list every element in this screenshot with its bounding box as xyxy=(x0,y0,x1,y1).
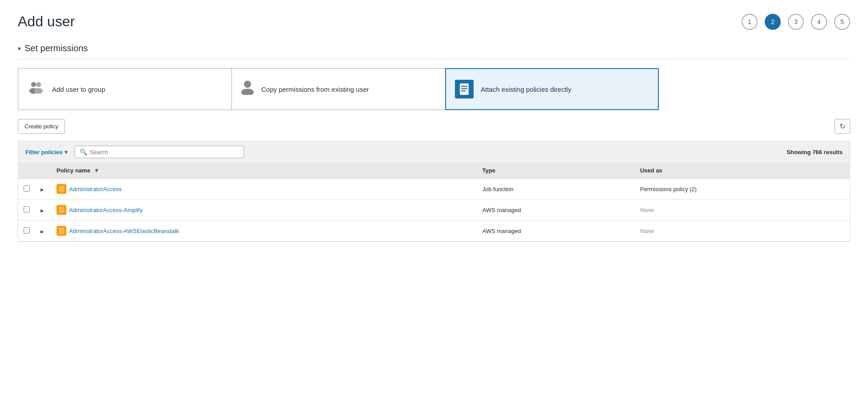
doc-icon xyxy=(455,80,474,98)
section-header: ▾ Set permissions xyxy=(18,43,850,59)
table-row: ▶ AdministratorAccess Job function Permi… xyxy=(18,179,850,200)
row-3-name-cell: AdministratorAccess-AWSElasticBeanstalk xyxy=(51,221,477,242)
row-1-type: Job function xyxy=(482,186,513,192)
row-2-expand-cell: ▶ xyxy=(35,200,51,221)
svg-point-4 xyxy=(244,81,251,88)
row-3-policy-icon xyxy=(57,226,66,236)
table-row: ▶ AdministratorAccess-Amplify AWS manage… xyxy=(18,200,850,221)
row-2-type: AWS managed xyxy=(482,207,521,213)
row-1-used-as: Permissions policy (2) xyxy=(640,186,697,192)
row-3-type-cell: AWS managed xyxy=(477,221,635,242)
row-2-policy-icon xyxy=(57,205,66,215)
row-1-name-cell: AdministratorAccess xyxy=(51,179,477,200)
col-used-as: Used as xyxy=(635,163,850,179)
col-checkbox xyxy=(18,163,35,179)
permission-options: Add user to group Copy permissions from … xyxy=(18,68,850,110)
toolbar-row: Create policy ↻ xyxy=(18,119,850,134)
row-2-used-as-cell: None xyxy=(635,200,850,221)
row-1-policy-name[interactable]: AdministratorAccess xyxy=(69,186,122,192)
svg-rect-7 xyxy=(461,86,467,87)
filter-bar: Filter policies ▾ 🔍 Showing 766 results xyxy=(18,141,850,163)
step-3[interactable]: 3 xyxy=(788,14,804,30)
step-2[interactable]: 2 xyxy=(765,14,781,30)
svg-point-0 xyxy=(31,82,36,87)
col-policy-name[interactable]: Policy name ▼ xyxy=(51,163,477,179)
step-1[interactable]: 1 xyxy=(742,14,758,30)
table-row: ▶ AdministratorAccess-AWSElasticBeanstal… xyxy=(18,221,850,242)
svg-point-2 xyxy=(36,82,41,87)
section-title: Set permissions xyxy=(24,43,88,53)
svg-rect-8 xyxy=(461,88,467,89)
permission-card-attach-policies[interactable]: Attach existing policies directly xyxy=(445,68,659,110)
row-1-type-cell: Job function xyxy=(477,179,635,200)
sort-arrow-icon[interactable]: ▼ xyxy=(94,167,100,174)
create-policy-button[interactable]: Create policy xyxy=(18,119,65,134)
row-1-used-as-cell: Permissions policy (2) xyxy=(635,179,850,200)
step-5[interactable]: 5 xyxy=(834,14,850,30)
section-chevron[interactable]: ▾ xyxy=(18,45,21,52)
row-1-expand-icon[interactable]: ▶ xyxy=(41,187,44,192)
row-2-checkbox[interactable] xyxy=(24,206,30,213)
row-1-checkbox[interactable] xyxy=(24,185,30,192)
steps-container: 1 2 3 4 5 xyxy=(742,14,850,30)
row-3-checkbox[interactable] xyxy=(24,227,30,233)
permission-card-add-to-group[interactable]: Add user to group xyxy=(18,68,231,110)
search-icon: 🔍 xyxy=(80,148,87,156)
page-title: Add user xyxy=(18,13,75,30)
attach-policies-label: Attach existing policies directly xyxy=(481,86,571,93)
svg-rect-9 xyxy=(461,90,466,91)
row-2-type-cell: AWS managed xyxy=(477,200,635,221)
row-2-used-as: None xyxy=(640,207,654,213)
row-1-checkbox-cell xyxy=(18,179,35,200)
filter-chevron-icon: ▾ xyxy=(65,149,68,156)
col-expand xyxy=(35,163,51,179)
permission-card-copy-permissions[interactable]: Copy permissions from existing user xyxy=(231,68,445,110)
user-icon xyxy=(241,80,254,98)
row-2-checkbox-cell xyxy=(18,200,35,221)
col-policy-name-label: Policy name xyxy=(57,167,90,174)
row-3-policy-name[interactable]: AdministratorAccess-AWSElasticBeanstalk xyxy=(69,228,179,234)
search-input[interactable] xyxy=(90,149,239,156)
results-count: Showing 766 results xyxy=(787,149,843,156)
row-3-used-as-cell: None xyxy=(635,221,850,242)
row-1-expand-cell: ▶ xyxy=(35,179,51,200)
row-1-policy-icon xyxy=(57,184,66,194)
row-2-name-cell: AdministratorAccess-Amplify xyxy=(51,200,477,221)
search-box: 🔍 xyxy=(75,146,244,158)
row-3-expand-icon[interactable]: ▶ xyxy=(41,229,44,234)
group-icon xyxy=(27,79,45,99)
row-3-used-as: None xyxy=(640,228,654,234)
refresh-button[interactable]: ↻ xyxy=(835,119,850,134)
row-3-expand-cell: ▶ xyxy=(35,221,51,242)
svg-point-3 xyxy=(34,88,43,94)
table-header-row: Policy name ▼ Type Used as xyxy=(18,163,850,179)
filter-policies-button[interactable]: Filter policies ▾ xyxy=(25,149,68,156)
filter-label: Filter policies xyxy=(25,149,63,156)
svg-point-5 xyxy=(241,89,254,95)
copy-permissions-label: Copy permissions from existing user xyxy=(261,86,369,93)
row-2-expand-icon[interactable]: ▶ xyxy=(41,208,44,213)
row-3-type: AWS managed xyxy=(482,228,521,234)
step-4[interactable]: 4 xyxy=(811,14,827,30)
add-to-group-label: Add user to group xyxy=(52,86,105,93)
col-type: Type xyxy=(477,163,635,179)
row-2-policy-name[interactable]: AdministratorAccess-Amplify xyxy=(69,207,142,213)
policies-table: Policy name ▼ Type Used as ▶ xyxy=(18,163,850,242)
row-3-checkbox-cell xyxy=(18,221,35,242)
